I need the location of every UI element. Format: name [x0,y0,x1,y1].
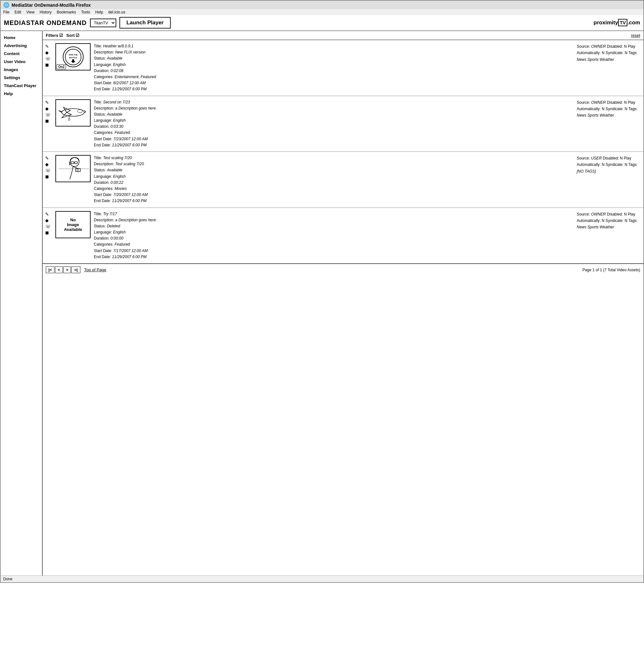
sidebar-item-help[interactable]: Help [1,90,42,98]
more-icon-1[interactable]: ◼ [45,62,52,67]
filters-checkbox[interactable]: Filters ☑ [46,33,63,38]
menu-edit[interactable]: Edit [15,10,21,15]
sort-check-icon: ☑ [76,33,79,38]
thumbnail-4: No Image Available [55,211,91,238]
more-icon-3[interactable]: ◼ [45,174,52,179]
sort-checkbox[interactable]: Sort ☑ [66,33,79,38]
first-page-button[interactable]: |< [46,266,54,273]
shuttle-image [57,100,89,125]
sidebar-item-titancast-player[interactable]: TitanCast Player [1,82,42,90]
sidebar-item-content[interactable]: Content [1,50,42,58]
video-item-4: ✎ ◆ ☏ ◼ No Image Available Title: Try 7/… [43,208,643,264]
item-details-3: Title: Test scaling 7/20 Description: Te… [94,155,574,204]
video-item-2: ✎ ◆ ☏ ◼ [43,96,643,152]
proximity-logo: proximityTV.com [594,20,640,26]
item-controls-1: ✎ ◆ ☏ ◼ [45,43,52,93]
filter-bar: Filters ☑ Sort ☑ reset [43,31,643,40]
item-meta-4: Source: OWNER Disabled: N Play Automatic… [577,211,641,260]
thumbnail-3 [55,155,91,182]
menu-tools[interactable]: Tools [81,10,90,15]
users-icon-2[interactable]: ☏ [45,112,52,117]
item-controls-4: ✎ ◆ ☏ ◼ [45,211,52,260]
next-page-button[interactable]: > [64,266,71,273]
no-image-placeholder: No Image Available [64,212,82,238]
pagination-bar: |< < > >| Top of Page Page 1 of 1 (7 Tot… [43,264,643,276]
app-title: MEDIASTAR ONDEMAND [4,19,87,27]
sidebar-item-home[interactable]: Home [1,33,42,42]
menu-bookmarks[interactable]: Bookmarks [57,10,76,15]
svg-text:SPIN THE: SPIN THE [69,53,77,55]
app-header: MEDIASTAR ONDEMAND TitanTV Launch Player… [0,15,644,31]
item-details-1: Title: Heather w/8.0.9.1 Description: Ne… [94,43,574,93]
video-item-3: ✎ ◆ ☏ ◼ [43,152,643,208]
item-details-2: Title: Second on 7/23 Description: a Des… [94,99,574,149]
title-bar: 🌐 MediaStar OnDemand-Mozilla Firefox [0,0,644,9]
svg-text:BOTTLE: BOTTLE [69,56,77,58]
item-meta-2: Source: OWNER Disabled: N Play Automatic… [577,99,641,149]
menu-history[interactable]: History [40,10,52,15]
sidebar: Home Advertising Content User Video Imag… [1,31,42,576]
edit-icon-2[interactable]: ✎ [45,100,52,105]
firefox-icon: 🌐 [3,2,9,8]
menu-file[interactable]: File [3,10,9,15]
thumbnail-2 [55,99,91,126]
svg-rect-11 [71,162,74,164]
sidebar-item-advertising[interactable]: Advertising [1,42,42,50]
launch-player-button[interactable]: Launch Player [119,17,171,28]
top-of-page-link[interactable]: Top of Page [84,267,106,272]
titan-tv-select[interactable]: TitanTV [90,19,116,27]
reset-link[interactable]: reset [631,33,640,38]
sidebar-item-settings[interactable]: Settings [1,74,42,82]
browser-title: MediaStar OnDemand-Mozilla Firefox [11,3,91,8]
menu-help[interactable]: Help [95,10,103,15]
svg-rect-12 [75,162,77,164]
view-icon-1[interactable]: ◆ [45,50,52,55]
page-info: Page 1 of 1 (7 Total Video Assets) [582,268,640,272]
svg-rect-4 [72,59,74,62]
content-area: Filters ☑ Sort ☑ reset ✎ ◆ ☏ ◼ [42,31,643,576]
view-icon-3[interactable]: ◆ [45,162,52,167]
edit-icon-3[interactable]: ✎ [45,155,52,161]
sidebar-item-images[interactable]: Images [1,66,42,74]
menu-bar: File Edit View History Bookmarks Tools H… [0,9,644,15]
more-icon-2[interactable]: ◼ [45,118,52,123]
thumbnail-1: SPIN THE BOTTLE On2 [55,43,91,70]
item-details-4: Title: Try 7/17 Description: a Descripti… [94,211,574,260]
svg-rect-14 [76,168,80,172]
menu-view[interactable]: View [26,10,34,15]
edit-icon-4[interactable]: ✎ [45,212,52,217]
last-page-button[interactable]: >| [71,266,80,273]
on2-badge: On2 [57,64,66,69]
users-icon-1[interactable]: ☏ [45,56,52,61]
svg-rect-5 [58,102,88,124]
edit-icon-1[interactable]: ✎ [45,44,52,49]
view-icon-2[interactable]: ◆ [45,106,52,111]
item-meta-1: Source: OWNER Disabled: N Play Automatic… [577,43,641,93]
filters-check-icon: ☑ [59,33,63,38]
users-icon-4[interactable]: ☏ [45,224,52,229]
users-icon-3[interactable]: ☏ [45,168,52,173]
item-controls-2: ✎ ◆ ☏ ◼ [45,99,52,149]
status-text: Done [3,577,13,581]
status-bar: Done [0,576,644,583]
filter-bar-left: Filters ☑ Sort ☑ [46,33,79,38]
sidebar-item-user-video[interactable]: User Video [1,58,42,66]
pagination-controls: |< < > >| Top of Page [46,266,106,273]
woman-image [57,156,89,181]
svg-point-15 [77,169,79,171]
item-meta-3: Source: USER Disabled: N Play Automatica… [577,155,641,204]
item-controls-3: ✎ ◆ ☏ ◼ [45,155,52,204]
video-item-1: ✎ ◆ ☏ ◼ SPIN THE BOTTLE [43,40,643,96]
main-container: Home Advertising Content User Video Imag… [0,31,644,576]
view-icon-4[interactable]: ◆ [45,218,52,223]
more-icon-4[interactable]: ◼ [45,230,52,235]
prev-page-button[interactable]: < [55,266,63,273]
menu-delicious[interactable]: del.icio.us [108,10,125,15]
